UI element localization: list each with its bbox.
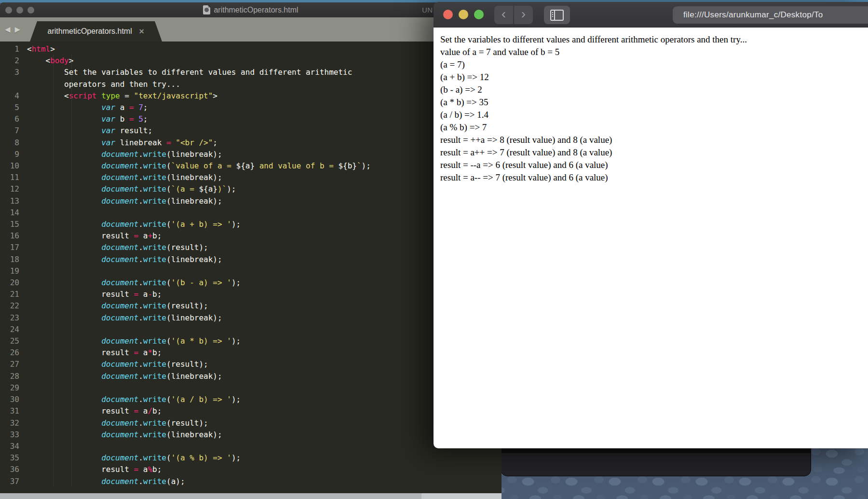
- line-number: 3: [0, 67, 27, 78]
- editor-traffic-lights: [5, 7, 34, 14]
- code-line: 27 document.write(result);: [0, 359, 502, 370]
- code-lines: 1<html>2 <body>3 Set the variables to di…: [0, 43, 502, 487]
- tab-close-icon[interactable]: ✕: [139, 28, 145, 35]
- code-line: 25 document.write('(a * b) => ');: [0, 335, 502, 347]
- code-line: 16 result = a+b;: [0, 230, 502, 242]
- code-editor-area[interactable]: 1<html>2 <body>3 Set the variables to di…: [0, 42, 502, 495]
- code-line: 23 document.write(linebreak);: [0, 312, 502, 324]
- line-number: 10: [0, 160, 27, 172]
- close-window-button[interactable]: [443, 10, 453, 19]
- editor-status-bar: [0, 493, 502, 499]
- forward-button[interactable]: ›: [514, 6, 533, 24]
- code-line: 34: [0, 441, 502, 452]
- code-line: 12 document.write(`(a = ${a})`);: [0, 183, 502, 195]
- line-number: 27: [0, 359, 27, 370]
- line-number: 9: [0, 149, 27, 160]
- line-number: 13: [0, 195, 27, 207]
- address-bar[interactable]: file:///Users/arunkumar_c/Desktop/To: [673, 6, 868, 24]
- line-number: 34: [0, 441, 27, 452]
- address-bar-url: file:///Users/arunkumar_c/Desktop/To: [673, 10, 823, 20]
- code-line: 7 var result;: [0, 125, 502, 137]
- back-button[interactable]: ‹: [494, 6, 513, 24]
- code-line: 3 Set the variables to different values …: [0, 67, 502, 78]
- line-number: 16: [0, 230, 27, 242]
- minimize-window-button[interactable]: [16, 7, 23, 14]
- tab-scroll-controls: ◀ ▶: [5, 26, 20, 33]
- tab-arithmeticOperators[interactable]: arithmeticOperators.html ✕: [30, 21, 162, 42]
- code-line: 33 document.write(linebreak);: [0, 429, 502, 441]
- page-output: Set the variables to different values an…: [440, 33, 860, 184]
- code-line: 35 document.write('(a % b) => ');: [0, 452, 502, 464]
- minimize-window-button[interactable]: [459, 10, 468, 19]
- zoom-window-button[interactable]: [474, 10, 484, 19]
- tab-label: arithmeticOperators.html: [48, 27, 132, 36]
- indent-guide: [71, 55, 72, 486]
- code-line: 5 var a = 7;: [0, 102, 502, 113]
- zoom-window-button[interactable]: [27, 7, 34, 14]
- code-line: 1<html>: [0, 43, 502, 55]
- line-number: 32: [0, 417, 27, 429]
- line-number: 33: [0, 429, 27, 441]
- chevron-right-icon: ›: [521, 7, 526, 23]
- browser-window: ‹ › file:///Users/arunkumar_c/Desktop/To…: [434, 2, 868, 448]
- line-number: 1: [0, 43, 27, 55]
- editor-tab-bar: ◀ ▶ arithmeticOperators.html ✕: [0, 17, 502, 42]
- line-number: [0, 79, 27, 90]
- tab-next-icon[interactable]: ▶: [15, 26, 21, 33]
- code-line: 11 document.write(linebreak);: [0, 172, 502, 183]
- code-line: 28 document.write(linebreak);: [0, 371, 502, 382]
- editor-window-title: arithmeticOperators.html: [214, 6, 298, 14]
- output-line: result = ++a => 8 (result value) and 8 (…: [440, 134, 860, 146]
- line-number: 6: [0, 113, 27, 125]
- code-line: 4 <script type = "text/javascript">: [0, 90, 502, 102]
- line-number: 20: [0, 277, 27, 289]
- output-line: (a / b) => 1.4: [440, 109, 860, 121]
- line-number: 36: [0, 464, 27, 475]
- line-number: 35: [0, 452, 27, 464]
- line-number: 24: [0, 324, 27, 335]
- output-line: (a % b) => 7: [440, 121, 860, 134]
- code-line: 32 document.write(result);: [0, 417, 502, 429]
- line-number: 37: [0, 476, 27, 487]
- code-line: 17 document.write(result);: [0, 242, 502, 253]
- code-line: 18 document.write(linebreak);: [0, 254, 502, 265]
- output-line: (a * b) => 35: [440, 96, 860, 109]
- output-line: result = a++ => 7 (result value) and 8 (…: [440, 146, 860, 159]
- close-window-button[interactable]: [5, 7, 12, 14]
- code-line: 6 var b = 5;: [0, 113, 502, 125]
- line-number: 19: [0, 265, 27, 277]
- code-line: 10 document.write(`value of a = ${a} and…: [0, 160, 502, 172]
- line-number: 14: [0, 207, 27, 219]
- line-number: 18: [0, 254, 27, 265]
- code-line: 13 document.write(linebreak);: [0, 195, 502, 207]
- code-line: 14: [0, 207, 502, 219]
- line-number: 4: [0, 90, 27, 102]
- output-line: (a + b) => 12: [440, 71, 860, 83]
- code-line: 20 document.write('(b - a) => ');: [0, 277, 502, 289]
- line-number: 23: [0, 312, 27, 324]
- code-line: 15 document.write('(a + b) => ');: [0, 219, 502, 230]
- browser-toolbar: ‹ › file:///Users/arunkumar_c/Desktop/To: [434, 2, 868, 28]
- editor-titlebar: arithmeticOperators.html UN: [0, 2, 502, 17]
- unregistered-label: UN: [422, 6, 433, 14]
- tab-prev-icon[interactable]: ◀: [5, 26, 11, 33]
- code-line: 26 result = a*b;: [0, 347, 502, 359]
- code-line: 24: [0, 324, 502, 335]
- output-line: (b - a) => 2: [440, 83, 860, 96]
- chevron-left-icon: ‹: [502, 7, 506, 23]
- output-line: result = a-- => 7 (result value) and 6 (…: [440, 171, 860, 184]
- output-line: result = --a => 6 (result value) and 6 (…: [440, 159, 860, 171]
- code-line: 30 document.write('(a / b) => ');: [0, 394, 502, 405]
- output-line: value of a = 7 and value of b = 5: [440, 46, 860, 58]
- line-number: 7: [0, 125, 27, 137]
- code-line: 21 result = a-b;: [0, 289, 502, 300]
- document-icon: [203, 5, 210, 14]
- line-number: 25: [0, 335, 27, 347]
- line-number: 31: [0, 405, 27, 417]
- line-number: 26: [0, 347, 27, 359]
- code-line: 31 result = a/b;: [0, 405, 502, 417]
- line-number: 29: [0, 382, 27, 394]
- sidebar-toggle-button[interactable]: [544, 6, 570, 24]
- code-line: 29: [0, 382, 502, 394]
- code-line: 8 var linebreak = "<br />";: [0, 137, 502, 149]
